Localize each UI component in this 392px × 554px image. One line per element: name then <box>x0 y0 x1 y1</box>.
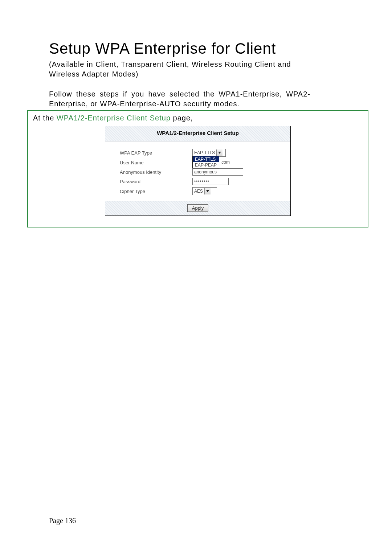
cipher-select[interactable]: AES <box>192 187 217 195</box>
label-eap-type: WPA EAP Type <box>120 150 192 156</box>
eap-type-selected: EAP-TTLS <box>194 150 216 155</box>
panel-body: WPA EAP Type EAP-TTLS EAP-TTLS EAP-PEAP <box>105 141 290 201</box>
apply-button[interactable]: Apply <box>187 204 209 212</box>
eap-type-control: EAP-TTLS EAP-TTLS EAP-PEAP <box>192 149 226 157</box>
frame-lead-prefix: At the <box>33 114 57 122</box>
row-cipher: Cipher Type AES <box>120 187 283 195</box>
eap-type-select[interactable]: EAP-TTLS <box>192 149 226 157</box>
user-name-visible-suffix: .com <box>220 160 230 165</box>
setup-panel: WPA1/2-Enterprise Client Setup WPA EAP T… <box>105 126 291 216</box>
page-title: Setup WPA Enterprise for Client <box>49 40 356 57</box>
chevron-down-icon[interactable] <box>216 149 222 156</box>
label-anon-id: Anonymous Identity <box>120 169 192 175</box>
instruction-paragraph: Follow these steps if you have selected … <box>49 89 310 109</box>
row-anon-id: Anonymous Identity anonymous <box>120 168 283 176</box>
instruction-frame: At the WPA1/2-Enterprise Client Setup pa… <box>27 110 368 227</box>
page-number: Page 136 <box>49 517 76 525</box>
availability-note: (Available in Client, Transparent Client… <box>49 59 310 79</box>
label-user-name: User Name <box>120 160 192 165</box>
password-input[interactable]: •••••••• <box>192 178 229 185</box>
anon-id-input[interactable]: anonymous <box>192 168 243 176</box>
eap-type-option-peap[interactable]: EAP-PEAP <box>193 162 219 168</box>
frame-lead-highlight: WPA1/2-Enterprise Client Setup <box>57 114 171 122</box>
anon-id-value: anonymous <box>194 169 217 175</box>
svg-marker-1 <box>206 190 209 192</box>
panel-title: WPA1/2-Enterprise Client Setup <box>105 126 290 141</box>
row-password: Password •••••••• <box>120 178 283 185</box>
row-eap-type: WPA EAP Type EAP-TTLS EAP-TTLS EAP-PEAP <box>120 149 283 157</box>
svg-marker-0 <box>218 152 221 154</box>
document-page: Setup WPA Enterprise for Client (Availab… <box>0 0 392 554</box>
frame-lead-suffix: page, <box>171 114 193 122</box>
cipher-selected: AES <box>194 189 204 194</box>
password-value: •••••••• <box>194 179 209 184</box>
label-password: Password <box>120 179 192 184</box>
frame-lead: At the WPA1/2-Enterprise Client Setup pa… <box>33 114 363 122</box>
eap-type-options: EAP-TTLS EAP-PEAP <box>192 156 219 168</box>
label-cipher: Cipher Type <box>120 189 192 194</box>
chevron-down-icon[interactable] <box>204 188 211 194</box>
panel-footer: Apply <box>105 201 290 216</box>
eap-type-option-ttls[interactable]: EAP-TTLS <box>193 156 219 162</box>
